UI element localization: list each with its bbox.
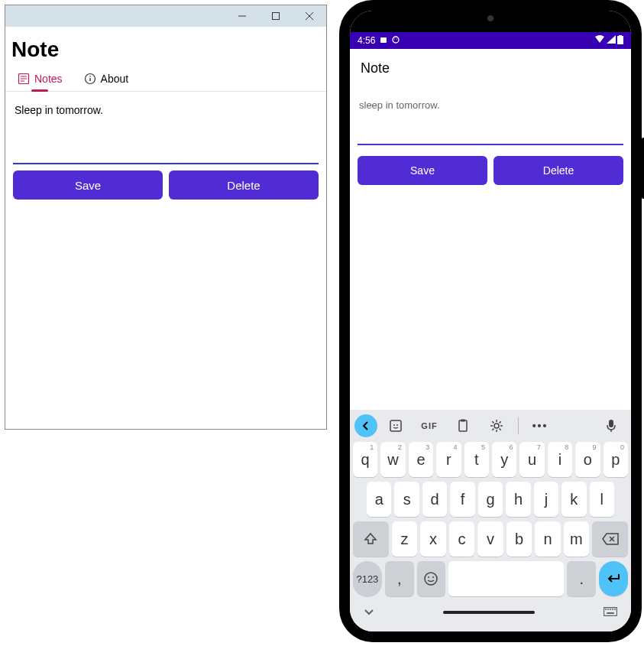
mic-icon[interactable]	[596, 414, 626, 437]
more-icon[interactable]: •••	[525, 414, 555, 437]
android-delete-button[interactable]: Delete	[494, 156, 623, 185]
phone-frame: 4:56 Note	[339, 0, 642, 642]
clipboard-icon[interactable]	[448, 414, 478, 437]
android-note-text-input[interactable]	[358, 95, 623, 145]
key-y[interactable]: y6	[492, 442, 516, 477]
app-icon	[392, 35, 400, 46]
svg-point-36	[428, 576, 429, 578]
tab-about-label: About	[101, 73, 129, 85]
key-t[interactable]: t5	[464, 442, 489, 477]
battery-icon	[617, 35, 623, 47]
comma-key[interactable]: ,	[385, 561, 414, 596]
nav-bar	[350, 596, 631, 624]
key-d[interactable]: d	[422, 482, 447, 517]
key-o[interactable]: o9	[575, 442, 600, 477]
note-body: Save Delete	[5, 92, 326, 207]
svg-point-19	[396, 424, 398, 426]
svg-point-12	[393, 37, 399, 43]
android-save-button[interactable]: Save	[358, 156, 487, 185]
key-k[interactable]: k	[561, 482, 586, 517]
close-button[interactable]	[293, 5, 326, 27]
settings-icon[interactable]	[481, 414, 512, 437]
svg-point-35	[425, 573, 437, 585]
key-a[interactable]: a	[367, 482, 391, 517]
info-icon	[84, 73, 96, 85]
signal-icon	[607, 35, 616, 46]
key-b[interactable]: b	[506, 521, 532, 557]
nav-pill[interactable]	[443, 611, 535, 614]
key-i[interactable]: i8	[548, 442, 572, 477]
keyboard-switch-icon[interactable]	[604, 605, 617, 619]
key-e[interactable]: e3	[409, 442, 433, 477]
space-key[interactable]	[448, 561, 564, 596]
desktop-window: Note Notes About Save Delete	[5, 5, 327, 430]
tab-notes[interactable]: Notes	[18, 73, 63, 91]
shift-key[interactable]	[353, 521, 389, 557]
key-v[interactable]: v	[477, 521, 503, 557]
save-button[interactable]: Save	[13, 170, 163, 200]
key-z[interactable]: z	[392, 521, 417, 557]
tab-about[interactable]: About	[84, 73, 129, 91]
key-p[interactable]: p0	[604, 442, 628, 477]
key-l[interactable]: l	[590, 482, 614, 517]
maximize-button[interactable]	[259, 5, 293, 27]
window-titlebar	[5, 5, 326, 27]
svg-point-14	[396, 38, 397, 39]
toolbar-separator	[518, 417, 519, 434]
symbols-key[interactable]: ?123	[353, 561, 382, 596]
svg-rect-15	[617, 36, 623, 44]
key-w[interactable]: w2	[380, 442, 405, 477]
key-r[interactable]: r4	[436, 442, 461, 477]
svg-line-27	[492, 421, 494, 423]
wifi-icon	[594, 35, 605, 46]
period-key[interactable]: .	[567, 561, 596, 596]
minimize-button[interactable]	[225, 5, 259, 27]
svg-rect-21	[461, 420, 465, 422]
enter-key[interactable]	[599, 561, 628, 596]
status-bar: 4:56	[350, 32, 631, 49]
phone-camera	[487, 15, 494, 21]
svg-point-18	[393, 424, 395, 426]
svg-point-13	[394, 38, 395, 39]
keyboard-toolbar: GIF •••	[350, 410, 631, 442]
svg-rect-1	[273, 13, 280, 20]
key-s[interactable]: s	[394, 482, 419, 517]
gif-button[interactable]: GIF	[414, 414, 445, 437]
key-f[interactable]: f	[450, 482, 474, 517]
svg-rect-20	[459, 420, 467, 431]
page-title: Note	[5, 27, 326, 67]
key-j[interactable]: j	[534, 482, 558, 517]
android-page-title: Note	[350, 49, 631, 87]
svg-line-28	[500, 429, 501, 430]
phone-bezel	[350, 11, 631, 32]
button-row: Save Delete	[13, 170, 319, 200]
key-u[interactable]: u7	[519, 442, 544, 477]
note-text-input[interactable]	[13, 99, 319, 164]
emoji-key[interactable]	[417, 561, 446, 596]
key-m[interactable]: m	[564, 521, 589, 557]
svg-line-29	[492, 429, 494, 430]
android-button-row: Save Delete	[358, 156, 623, 185]
svg-point-9	[89, 76, 91, 77]
keyboard-back-button[interactable]	[354, 414, 377, 437]
collapse-keyboard-icon[interactable]	[364, 605, 374, 619]
status-time: 4:56	[358, 35, 375, 46]
svg-point-22	[494, 424, 499, 428]
tab-bar: Notes About	[5, 67, 326, 92]
keyboard-rows: q1w2e3r4t5y6u7i8o9p0 asdfghjkl zxcvbnm ?…	[350, 442, 631, 596]
key-n[interactable]: n	[535, 521, 560, 557]
svg-rect-11	[380, 37, 387, 43]
key-q[interactable]: q1	[353, 442, 377, 477]
svg-rect-16	[619, 35, 622, 36]
sticker-icon[interactable]	[380, 414, 411, 437]
debug-icon	[380, 35, 387, 46]
delete-button[interactable]: Delete	[169, 170, 319, 200]
backspace-key[interactable]	[592, 521, 628, 557]
key-x[interactable]: x	[420, 521, 445, 557]
phone-screen: 4:56 Note	[350, 11, 631, 631]
notes-icon	[18, 73, 30, 85]
key-g[interactable]: g	[478, 482, 503, 517]
key-h[interactable]: h	[506, 482, 530, 517]
svg-rect-17	[390, 420, 401, 431]
key-c[interactable]: c	[449, 521, 474, 557]
